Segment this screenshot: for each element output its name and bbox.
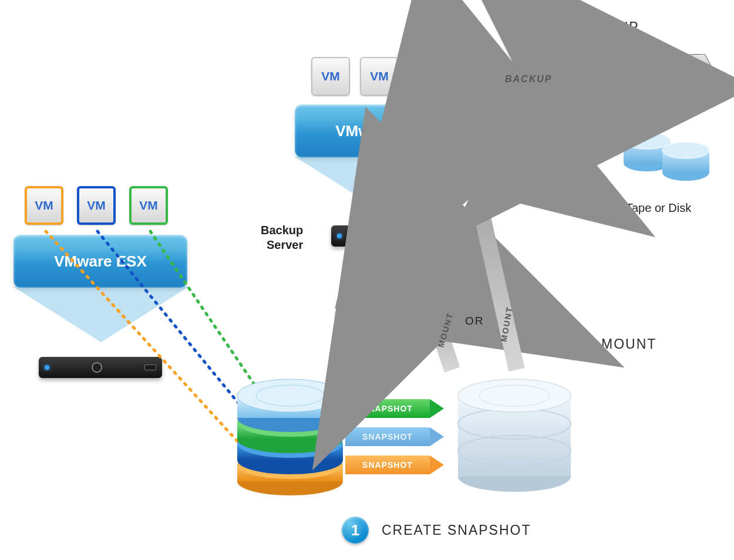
- server-left: [39, 357, 162, 378]
- snapshot-storage-icon: [453, 367, 575, 494]
- step-badge-1: 1: [342, 517, 369, 544]
- svg-point-23: [237, 379, 343, 412]
- or-text: OR: [465, 315, 484, 328]
- esx-host-mid: VMware ESX: [295, 104, 469, 157]
- svg-rect-5: [625, 77, 629, 88]
- label-backup-agent-bottom: BackupAgent: [362, 254, 401, 283]
- backup-arrow-text: BACKUP: [505, 74, 552, 85]
- tape-drive-icon: [611, 54, 713, 106]
- step-text-3: BACKUP: [577, 19, 639, 35]
- vm-tile-mid-3: VM: [409, 57, 447, 96]
- server-disc-icon: [384, 231, 395, 241]
- step-badge-2: 2: [561, 331, 588, 358]
- label-tape-or-disk: Tape or Disk: [626, 201, 691, 215]
- mount-text-1: MOUNT: [436, 311, 455, 348]
- vm-tile-left-2: VM: [77, 186, 116, 225]
- svg-point-29: [458, 379, 571, 412]
- esx-host-left: VMware ESX: [14, 235, 187, 288]
- server-led-icon: [45, 365, 49, 370]
- svg-point-8: [624, 133, 671, 149]
- step-text-2: MOUNT: [601, 336, 656, 352]
- mount-text-2: MOUNT: [499, 305, 514, 342]
- vm-tile-mid-2: VM: [360, 57, 399, 96]
- esx-funnel-left: [13, 286, 189, 342]
- vm-tile-left-3: VM: [129, 186, 168, 225]
- step-text-1: CREATE SNAPSHOT: [382, 522, 531, 538]
- server-led-icon: [337, 234, 342, 238]
- server-disc-icon: [92, 362, 102, 373]
- label-backup-server: BackupServer: [261, 223, 303, 252]
- svg-rect-4: [621, 74, 703, 92]
- esx-funnel-mid: [294, 156, 470, 212]
- vm-tile-left-1: VM: [25, 186, 63, 225]
- snapshot-arrow-orange: SNAPSHOT: [345, 456, 444, 474]
- diagram-canvas: VM VM VM VMware ESX VM VM VM BackupAgent…: [0, 0, 734, 560]
- server-slot-icon: [144, 365, 156, 370]
- step-badge-3: 3: [536, 14, 563, 41]
- snapshot-arrow-blue: SNAPSHOT: [345, 427, 444, 446]
- vm-tile-mid-1: VM: [311, 57, 350, 96]
- server-slot-icon: [437, 233, 449, 239]
- server-backup: [331, 225, 454, 247]
- svg-point-11: [662, 142, 709, 158]
- source-disk-stack-icon: [233, 372, 348, 495]
- label-backup-agent-top: BackupAgent: [411, 21, 450, 50]
- snapshot-arrow-green: SNAPSHOT: [345, 399, 444, 418]
- blue-disks-icon: [620, 116, 714, 187]
